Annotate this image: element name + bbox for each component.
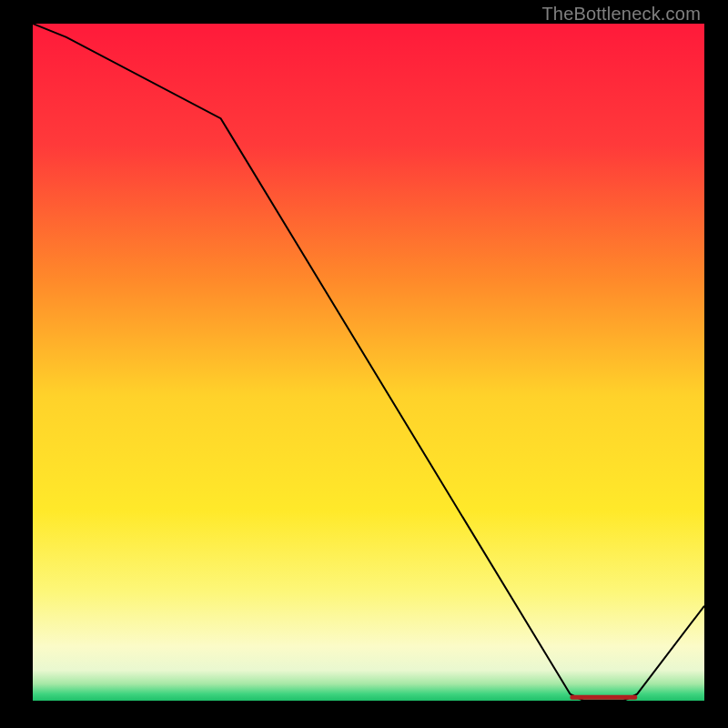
optimal-marker: [570, 695, 637, 700]
watermark-text: TheBottleneck.com: [541, 4, 701, 25]
chart-frame: TheBottleneck.com: [0, 0, 728, 728]
plot-area: [33, 24, 704, 701]
chart-svg: [33, 24, 704, 701]
